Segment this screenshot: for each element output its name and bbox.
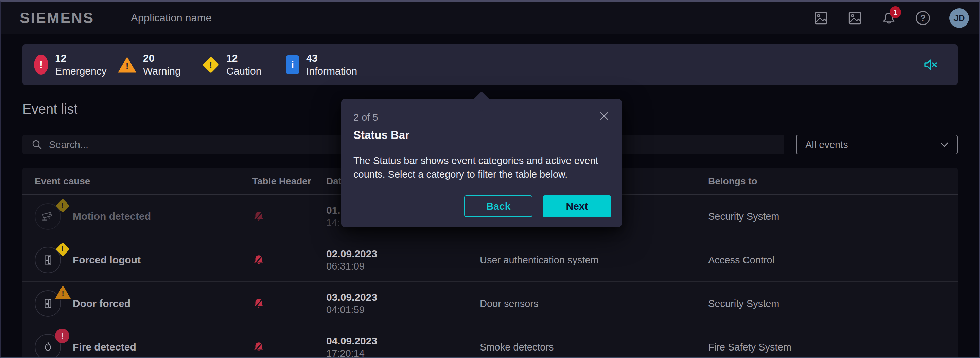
emergency-circle-badge: ! — [55, 329, 69, 343]
event-date: 03.09.2023 04:01:59 — [326, 282, 377, 325]
tooltip-buttons: Back Next — [464, 195, 611, 217]
notification-badge: 1 — [889, 6, 901, 18]
col-header-event-cause[interactable]: Event cause — [35, 168, 90, 195]
mute-sound-icon[interactable] — [922, 56, 939, 73]
event-belongs-to: Fire Safety System — [708, 325, 791, 358]
caution-diamond-badge: ! — [55, 241, 70, 257]
tooltip-title: Status Bar — [353, 129, 609, 142]
event-description: Door sensors — [480, 282, 538, 325]
tooltip-caret — [471, 91, 492, 111]
status-item-caution[interactable]: ! 12 Caution — [202, 52, 286, 78]
event-cause: Motion detected — [73, 195, 151, 238]
event-cause: Door forced — [73, 282, 130, 325]
event-belongs-to: Security System — [708, 282, 780, 325]
table-row[interactable]: ! Fire detected 04.09.2023 17:20:14 Smok… — [22, 325, 958, 358]
event-belongs-to: Security System — [708, 195, 780, 238]
status-bar: ! 12 Emergency ! 20 Warning ! 12 Caution… — [22, 44, 958, 85]
col-header-table-header[interactable]: Table Header — [252, 168, 311, 195]
image-icon-1[interactable] — [813, 11, 829, 26]
application-window: SIEMENS Application name 1 ? JD ! 12 — [0, 0, 980, 358]
caution-diamond-icon: ! — [202, 56, 220, 74]
caution-count: 12 — [226, 52, 261, 65]
alarm-muted-icon[interactable] — [252, 282, 265, 325]
event-date: 04.09.2023 17:20:14 — [326, 325, 377, 358]
warning-count: 20 — [143, 52, 181, 65]
next-button[interactable]: Next — [542, 195, 611, 217]
image-icon-2[interactable] — [848, 11, 862, 26]
header-actions: 1 ? JD — [813, 8, 969, 28]
event-belongs-to: Access Control — [708, 238, 775, 282]
table-row[interactable]: ! Door forced 03.09.2023 04:01:59 Door s… — [22, 282, 958, 325]
siemens-logo: SIEMENS — [20, 10, 94, 27]
help-icon[interactable]: ? — [915, 11, 931, 26]
emergency-count: 12 — [55, 52, 107, 65]
event-description: Smoke detectors — [480, 325, 554, 358]
status-item-information[interactable]: i 43 Information — [286, 52, 370, 78]
event-date: 02.09.2023 06:31:09 — [326, 238, 377, 282]
warning-triangle-icon: ! — [118, 57, 136, 73]
event-date: 01. 14: — [326, 195, 340, 238]
info-square-icon: i — [286, 56, 299, 74]
notification-bell-icon[interactable]: 1 — [881, 11, 896, 26]
caution-label: Caution — [226, 65, 261, 78]
alarm-muted-icon[interactable] — [252, 195, 265, 238]
warning-label: Warning — [143, 65, 181, 78]
onboarding-tooltip: 2 of 5 Status Bar The Status bar shows e… — [341, 99, 622, 227]
table-row[interactable]: ! Forced logout 02.09.2023 06:31:09 User… — [22, 238, 958, 282]
information-label: Information — [306, 65, 357, 78]
status-item-emergency[interactable]: ! 12 Emergency — [34, 52, 118, 78]
close-icon[interactable] — [598, 110, 610, 122]
information-count: 43 — [306, 52, 357, 65]
warning-triangle-badge: ! — [55, 285, 71, 299]
event-description: User authentication system — [480, 238, 599, 282]
tooltip-step: 2 of 5 — [353, 112, 609, 123]
emergency-label: Emergency — [55, 65, 107, 78]
event-filter-value: All events — [805, 139, 848, 150]
alarm-muted-icon[interactable] — [252, 238, 265, 282]
search-icon — [31, 139, 43, 150]
app-title: Application name — [131, 12, 212, 24]
event-cause: Forced logout — [73, 238, 141, 282]
event-cause: Fire detected — [73, 325, 136, 358]
chevron-down-icon — [940, 142, 949, 147]
avatar[interactable]: JD — [950, 8, 969, 28]
tooltip-body: The Status bar shows event categories an… — [353, 154, 609, 181]
caution-diamond-badge: ! — [55, 198, 70, 213]
top-header: SIEMENS Application name 1 ? JD — [1, 2, 979, 34]
back-button[interactable]: Back — [464, 195, 533, 217]
col-header-belongs-to[interactable]: Belongs to — [708, 168, 757, 195]
event-filter-dropdown[interactable]: All events — [796, 135, 958, 155]
alarm-muted-icon[interactable] — [252, 325, 265, 358]
emergency-ellipse-icon: ! — [34, 55, 48, 75]
status-item-warning[interactable]: ! 20 Warning — [118, 52, 202, 78]
